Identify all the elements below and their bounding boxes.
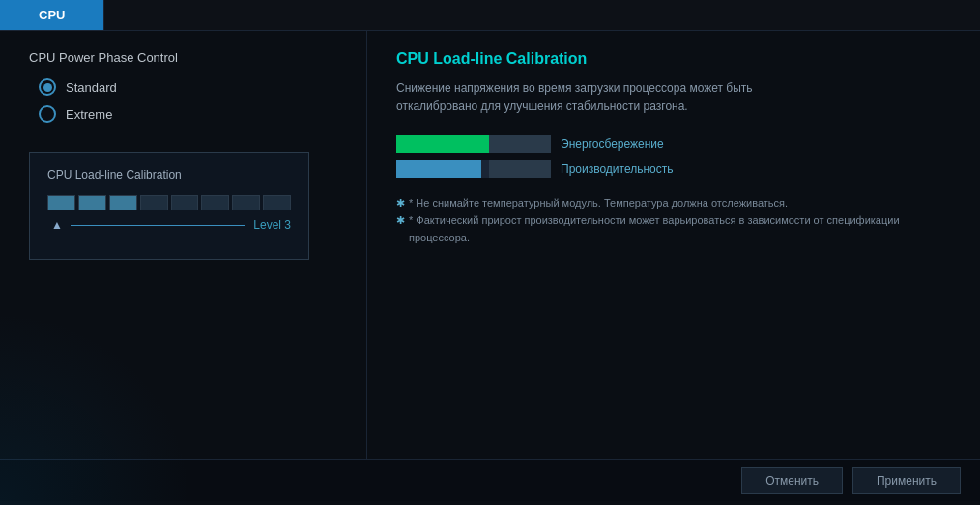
legend-bar-container-energy	[396, 135, 551, 153]
segment-2	[78, 195, 106, 210]
radio-circle-standard	[39, 78, 56, 96]
main-layout: CPU Power Phase Control Standard Extreme…	[0, 31, 980, 459]
tab-cpu[interactable]: CPU	[0, 0, 104, 30]
segment-7	[232, 195, 260, 210]
legend-label-energy: Энергосбережение	[561, 137, 664, 151]
legend-bar-overlay-performance	[489, 160, 551, 178]
legend-item-energy: Энергосбережение	[396, 135, 951, 153]
slider-level-label: Level 3	[253, 218, 291, 232]
tab-bar: CPU	[0, 0, 980, 31]
note-item-2: ✱ * Фактический прирост производительнос…	[396, 212, 951, 246]
segment-1	[47, 195, 75, 210]
note-text-1: * Не снимайте температурный модуль. Темп…	[409, 195, 788, 212]
note-star-2: ✱	[396, 212, 405, 246]
segment-5	[171, 195, 199, 210]
radio-label-standard: Standard	[66, 80, 117, 95]
right-panel: CPU Load-line Calibration Снижение напря…	[367, 31, 980, 459]
slider-track[interactable]: ▲ Level 3	[47, 195, 291, 232]
left-panel: CPU Power Phase Control Standard Extreme…	[0, 31, 367, 459]
radio-item-standard[interactable]: Standard	[39, 78, 337, 96]
right-title: CPU Load-line Calibration	[396, 50, 951, 68]
segments-row	[47, 195, 291, 210]
cancel-button[interactable]: Отменить	[741, 467, 843, 494]
legend-label-performance: Производительность	[561, 162, 673, 176]
note-star-1: ✱	[396, 195, 405, 212]
legend-bar-container-performance	[396, 160, 551, 178]
slider-line	[71, 225, 245, 226]
radio-circle-extreme	[39, 105, 56, 123]
segment-3	[109, 195, 137, 210]
note-text-2: * Фактический прирост производительности…	[409, 212, 951, 246]
radio-item-extreme[interactable]: Extreme	[39, 105, 337, 123]
bottom-bar: Отменить Применить	[0, 459, 980, 501]
notes: ✱ * Не снимайте температурный модуль. Те…	[396, 195, 951, 246]
radio-group: Standard Extreme	[39, 78, 337, 123]
calibration-box: CPU Load-line Calibration ▲ Level 3	[29, 152, 309, 260]
segment-4	[140, 195, 168, 210]
legend-items: Энергосбережение Производительность	[396, 135, 951, 178]
calibration-box-title: CPU Load-line Calibration	[47, 168, 291, 182]
radio-label-extreme: Extreme	[66, 107, 112, 122]
slider-pointer-icon: ▲	[51, 218, 63, 232]
slider-pointer-row: ▲ Level 3	[47, 218, 291, 232]
note-item-1: ✱ * Не снимайте температурный модуль. Те…	[396, 195, 951, 212]
apply-button[interactable]: Применить	[852, 467, 961, 494]
legend-bar-overlay-energy	[489, 135, 551, 153]
legend-bar-fill-performance	[396, 160, 481, 178]
section-title: CPU Power Phase Control	[29, 50, 337, 65]
segment-8	[263, 195, 291, 210]
legend-item-performance: Производительность	[396, 160, 951, 178]
segment-6	[201, 195, 229, 210]
description-text: Снижение напряжения во время загрузки пр…	[396, 79, 764, 116]
